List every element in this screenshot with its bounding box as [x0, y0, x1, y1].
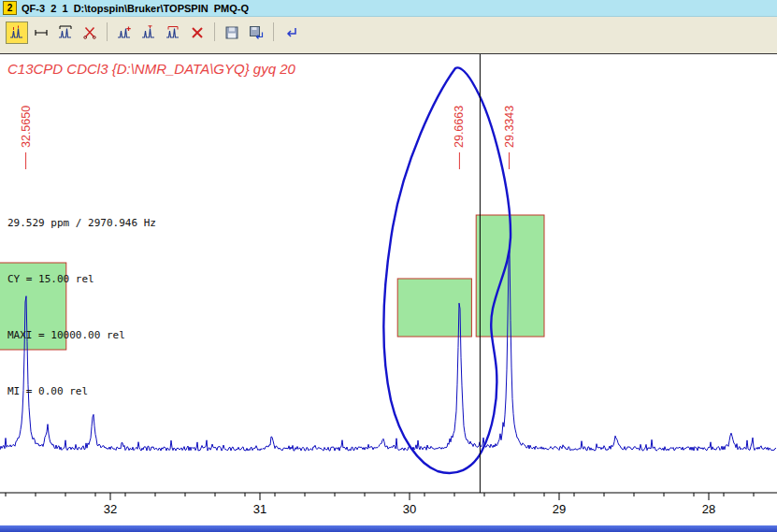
toolbar-separator	[273, 22, 274, 41]
axis-tick-label: 29	[553, 502, 566, 516]
status-bar	[0, 525, 777, 532]
save-and-return-button[interactable]	[245, 22, 267, 44]
axis-tick-label: 31	[253, 502, 266, 516]
define-peak-range-button[interactable]	[30, 22, 52, 44]
peak-pick-range-icon	[58, 25, 73, 40]
cursor-info-block: 29.529 ppm / 2970.946 Hz CY = 15.00 rel …	[7, 177, 156, 439]
pick-peaks-button[interactable]	[6, 22, 28, 44]
toolbar-separator	[214, 22, 215, 41]
mi-readout: MI = 0.00 rel	[7, 382, 156, 401]
spectrum-title: C13CPD CDCl3 {D:\NMR_DATA\GYQ} gyq 20	[7, 61, 295, 77]
peak-label: 29.6663	[453, 106, 466, 148]
pick-peak-manual-icon	[141, 25, 156, 40]
delete-all-peaks-button[interactable]	[186, 22, 209, 44]
delete-peaks-icon	[82, 25, 97, 40]
save-return-icon	[249, 25, 264, 40]
add-peak-icon	[117, 25, 132, 40]
delete-all-peaks-icon	[190, 25, 205, 40]
spectrum-canvas[interactable]: 32.565029.666329.33433231302928 C13CPD C…	[0, 53, 777, 525]
cursor-position-readout: 29.529 ppm / 2970.946 Hz	[7, 214, 156, 233]
cy-readout: CY = 15.00 rel	[7, 270, 156, 289]
peak-label: 29.3343	[503, 106, 516, 148]
delete-peaks-in-range-button[interactable]	[79, 22, 101, 44]
window-number-badge: 2	[3, 1, 17, 15]
return-icon	[283, 25, 298, 40]
axis-tick-label: 30	[403, 502, 416, 516]
save-icon	[224, 25, 239, 40]
return-button[interactable]	[280, 22, 302, 44]
toolbar-separator	[107, 22, 108, 41]
add-peak-button[interactable]	[113, 22, 136, 44]
window-title: QF-3 2 1 D:\topspin\Bruker\TOPSPIN PMQ-Q	[22, 3, 249, 14]
topspin-window: 2 QF-3 2 1 D:\topspin\Bruker\TOPSPIN PMQ…	[0, 0, 777, 532]
define-range-icon	[165, 25, 180, 40]
pick-peak-manual-button[interactable]	[137, 22, 160, 44]
peak-picking-toolbar	[0, 17, 777, 53]
peak-range-icon	[34, 25, 49, 40]
maxi-readout: MAXI = 10000.00 rel	[7, 326, 156, 345]
define-new-peak-range-button[interactable]	[162, 22, 184, 44]
pick-peaks-in-range-button[interactable]	[54, 22, 77, 44]
peak-label: 32.5650	[20, 106, 33, 148]
window-titlebar[interactable]: 2 QF-3 2 1 D:\topspin\Bruker\TOPSPIN PMQ…	[0, 0, 777, 17]
peak-pick-icon	[9, 25, 24, 40]
axis-tick-label: 28	[702, 502, 715, 516]
axis-tick-label: 32	[104, 502, 117, 516]
save-button[interactable]	[221, 22, 243, 44]
